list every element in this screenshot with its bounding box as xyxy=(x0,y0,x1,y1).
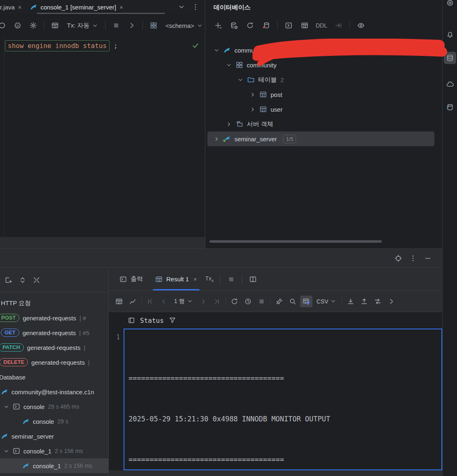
row-number[interactable]: 1 xyxy=(109,329,124,470)
import-icon[interactable] xyxy=(344,296,357,307)
chevron-down-icon[interactable] xyxy=(178,3,185,11)
refresh-icon[interactable] xyxy=(244,19,256,32)
table-grid-icon[interactable] xyxy=(49,19,61,32)
top-circle-icon[interactable] xyxy=(444,0,456,9)
chevron-right-icon[interactable] xyxy=(250,92,256,98)
split-view-icon[interactable] xyxy=(247,276,259,283)
datasource-properties-icon[interactable] xyxy=(228,19,240,32)
gear-icon[interactable] xyxy=(27,19,39,32)
chevron-down-icon[interactable] xyxy=(214,47,220,53)
stop-icon[interactable] xyxy=(255,296,268,307)
session-console-1-child[interactable]: console_1 2 s 156 ms xyxy=(0,458,108,473)
result-cell[interactable]: ===================================== 20… xyxy=(124,329,442,470)
editor-scroll-area[interactable] xyxy=(0,237,205,248)
minimize-icon[interactable] xyxy=(424,255,432,262)
session-console[interactable]: console 29 s 485 ms xyxy=(0,399,108,414)
stop-icon[interactable] xyxy=(110,19,122,32)
grid-view-icon[interactable] xyxy=(113,296,125,307)
tree-item-label: community xyxy=(247,62,277,69)
chevron-right-icon[interactable] xyxy=(226,121,232,127)
crosshair-icon[interactable] xyxy=(395,255,402,262)
tree-item-server-objects[interactable]: 서버 객체 xyxy=(205,117,442,131)
table-editor-icon[interactable] xyxy=(299,19,311,32)
schema-select[interactable]: <schema> xyxy=(163,22,205,29)
last-page-icon[interactable] xyxy=(211,296,223,307)
mysql-dolphin-icon xyxy=(223,46,231,54)
close-icon[interactable]: × xyxy=(18,4,22,11)
add-datasource-icon[interactable] xyxy=(212,19,224,32)
request-item-patch[interactable]: PATCH generated-requests | xyxy=(0,340,108,355)
chevron-down-icon[interactable] xyxy=(237,77,243,83)
close-icon[interactable]: × xyxy=(119,4,123,11)
eye-icon[interactable] xyxy=(355,19,367,32)
tree-item-schema[interactable]: community xyxy=(205,57,442,72)
collapse-all-icon[interactable] xyxy=(33,276,40,284)
filter-table-icon[interactable] xyxy=(300,296,312,307)
tab-output[interactable]: 출력 xyxy=(114,268,149,290)
request-item-delete[interactable]: DELETE generated-requests | xyxy=(0,355,108,370)
run-next-icon[interactable] xyxy=(126,19,138,32)
chevron-right-icon[interactable] xyxy=(214,136,220,142)
reload-icon[interactable] xyxy=(228,296,241,307)
horizontal-scrollbar[interactable] xyxy=(209,240,382,243)
chevron-down-icon[interactable] xyxy=(226,62,232,68)
pin-tab-icon[interactable] xyxy=(273,296,285,307)
tab-scrollbar[interactable] xyxy=(37,13,165,14)
row-range-select[interactable]: 1 행 xyxy=(171,298,196,305)
tree-item-table-post[interactable]: post xyxy=(205,87,442,102)
request-item-post[interactable]: POST generated-requests | # xyxy=(0,310,108,325)
ddl-button[interactable]: DDL xyxy=(315,22,328,29)
database-tool-window-icon[interactable] xyxy=(444,52,456,64)
session-console-1[interactable]: console_1 2 s 156 ms xyxy=(0,444,108,458)
compare-icon[interactable] xyxy=(372,296,384,307)
stop-icon[interactable] xyxy=(225,276,237,283)
tree-item-connection-2[interactable]: seminar_server 1/5 xyxy=(207,131,434,146)
session-connection[interactable]: community@test-instance.c1n xyxy=(0,384,108,399)
kebab-menu-icon[interactable] xyxy=(192,3,199,11)
export-format-select[interactable]: CSV xyxy=(314,298,340,305)
result-column-header[interactable]: Status xyxy=(109,312,442,329)
tab-result-1[interactable]: Result 1 × xyxy=(149,268,203,290)
navigate-ddl-icon[interactable] xyxy=(332,19,344,32)
tab-console-1[interactable]: console_1 [seminar_server] × xyxy=(26,0,127,14)
profile-run-icon[interactable]: p xyxy=(11,19,24,32)
disconnect-icon[interactable] xyxy=(260,19,272,32)
expand-collapse-icon[interactable] xyxy=(19,276,26,284)
tx-mode-select[interactable]: Tx: 자동 xyxy=(64,22,101,30)
table-icon xyxy=(260,91,267,98)
close-icon[interactable]: × xyxy=(193,276,197,283)
tree-item-tables-folder[interactable]: 테이블 2 xyxy=(205,72,442,87)
search-icon[interactable] xyxy=(287,296,299,307)
jump-to-console-icon[interactable] xyxy=(282,19,295,32)
session-seminar-server[interactable]: seminar_server xyxy=(0,429,108,444)
chevron-down-icon[interactable] xyxy=(3,404,9,410)
chevron-right-icon[interactable] xyxy=(250,106,256,113)
chevron-down-icon[interactable] xyxy=(3,448,9,454)
expand-column-icon[interactable] xyxy=(128,317,135,324)
tree-item-table-user[interactable]: user xyxy=(205,102,442,117)
tx-indicator[interactable]: Txx xyxy=(204,275,216,283)
session-console-child[interactable]: console 29 s xyxy=(0,414,108,429)
chart-view-icon[interactable] xyxy=(126,296,139,307)
request-item-get[interactable]: GET generated-requests | #5 xyxy=(0,325,108,340)
auto-refresh-clock-icon[interactable] xyxy=(242,296,254,307)
previous-page-icon[interactable] xyxy=(158,296,170,307)
funnel-icon[interactable] xyxy=(169,317,176,324)
services-group-database[interactable]: Database xyxy=(0,370,108,384)
sql-statement[interactable]: show engine innodb status xyxy=(5,40,110,51)
add-service-icon[interactable] xyxy=(5,276,12,284)
cloud-tool-icon[interactable] xyxy=(444,78,456,90)
notifications-bell-icon[interactable] xyxy=(444,29,456,41)
db-console-tool-icon[interactable] xyxy=(444,101,456,113)
tree-item-connection[interactable]: community@ xyxy=(205,43,442,57)
tab-r-java[interactable]: r.java × xyxy=(0,0,26,14)
more-toolbar-icon[interactable] xyxy=(385,296,397,307)
export-icon[interactable] xyxy=(358,296,370,307)
next-page-icon[interactable] xyxy=(197,296,209,307)
partial-circle-icon[interactable] xyxy=(0,19,8,32)
first-page-icon[interactable] xyxy=(144,296,156,307)
kebab-menu-icon[interactable] xyxy=(409,255,417,262)
divider xyxy=(342,297,342,306)
services-group-http[interactable]: HTTP 요청 xyxy=(0,296,108,310)
sql-editor[interactable]: show engine innodb status ; xyxy=(0,37,205,248)
